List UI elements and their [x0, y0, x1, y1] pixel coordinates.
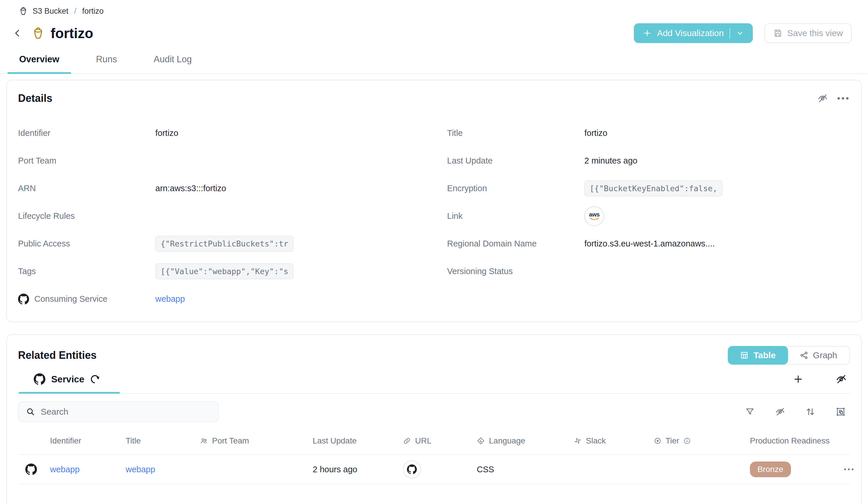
related-entities-card: Related Entities Table	[7, 335, 861, 504]
chevron-down-icon[interactable]	[736, 29, 744, 37]
field-port-team: Port Team	[18, 147, 421, 175]
related-entities-title: Related Entities	[18, 349, 96, 361]
aws-icon[interactable]: aws	[585, 206, 604, 226]
github-icon	[25, 464, 37, 475]
field-label: Port Team	[18, 156, 155, 166]
eye-slash-icon[interactable]	[834, 372, 848, 386]
field-label: Consuming Service	[18, 294, 155, 305]
column-tier[interactable]: Tier	[648, 436, 744, 445]
search-box[interactable]	[18, 401, 219, 422]
bucket-icon	[19, 7, 28, 16]
field-value: fortizo	[155, 128, 178, 138]
column-title[interactable]: Title	[120, 436, 194, 445]
field-identifier: Identifier fortizo	[18, 119, 421, 147]
json-chip[interactable]: [{"Value":"webapp","Key":"s	[155, 263, 293, 279]
search-input[interactable]	[41, 407, 211, 417]
back-button[interactable]	[10, 26, 24, 40]
bucket-icon	[31, 27, 45, 40]
tab-audit-log[interactable]: Audit Log	[142, 52, 203, 74]
tab-service[interactable]: Service	[34, 373, 101, 385]
team-icon	[200, 437, 208, 445]
field-label: Encryption	[447, 184, 585, 193]
column-label: Title	[126, 436, 141, 445]
field-label: Tags	[18, 267, 155, 276]
column-identifier[interactable]: Identifier	[44, 436, 120, 445]
json-chip[interactable]: [{"BucketKeyEnabled":false,	[585, 181, 723, 196]
github-icon	[407, 464, 417, 474]
row-title-link[interactable]: webapp	[126, 465, 155, 474]
save-view-button[interactable]: Save this view	[764, 23, 852, 43]
plus-icon[interactable]	[791, 372, 805, 386]
details-left-column: Identifier fortizo Port Team ARN arn:aws…	[18, 119, 421, 313]
relation-arrow-icon	[90, 374, 101, 384]
column-slack[interactable]: Slack	[568, 436, 648, 445]
search-icon	[25, 407, 35, 417]
breadcrumb-blueprint[interactable]: S3 Bucket	[33, 7, 68, 16]
related-tab-underline	[18, 393, 850, 394]
field-label: Versioning Status	[447, 267, 585, 276]
table-header: Identifier Title Port Team Last Update	[18, 428, 850, 454]
ellipsis-icon[interactable]	[836, 91, 850, 105]
field-arn: ARN arn:aws:s3:::fortizo	[18, 175, 421, 202]
info-icon[interactable]	[683, 437, 691, 445]
row-identifier-link[interactable]: webapp	[50, 465, 80, 474]
field-label: Public Access	[18, 239, 155, 248]
field-link: Link aws	[447, 202, 850, 230]
details-grid: Identifier fortizo Port Team ARN arn:aws…	[18, 119, 850, 313]
add-visualization-button[interactable]: Add Visualization	[634, 23, 753, 43]
tab-service-label: Service	[51, 374, 84, 385]
tab-overview[interactable]: Overview	[8, 52, 71, 74]
add-visualization-label: Add Visualization	[657, 28, 724, 38]
field-label: Identifier	[18, 128, 155, 138]
field-value: 2 minutes ago	[585, 156, 637, 166]
entity-tabs: Overview Runs Audit Log	[0, 52, 868, 74]
row-ellipsis-icon[interactable]	[842, 462, 856, 476]
row-url-github-link[interactable]	[403, 460, 421, 479]
field-public-access: Public Access {"RestrictPublicBuckets":t…	[18, 230, 421, 258]
field-consuming-service: Consuming Service webapp	[18, 285, 421, 313]
sort-icon[interactable]	[804, 405, 817, 419]
field-tags: Tags [{"Value":"webapp","Key":"s	[18, 258, 421, 285]
details-card: Details Identifier fortizo Port Team	[7, 80, 861, 322]
page-title: fortizo	[51, 25, 93, 41]
filter-icon[interactable]	[743, 405, 757, 419]
field-label: Link	[447, 211, 585, 221]
table-row[interactable]: webapp webapp 2 hours ago CSS Bronze	[18, 454, 850, 484]
row-language: CSS	[471, 465, 568, 474]
field-versioning-status: Versioning Status	[447, 258, 850, 285]
column-label: Language	[489, 436, 525, 445]
tier-icon	[654, 437, 661, 445]
column-last-update[interactable]: Last Update	[307, 436, 397, 445]
tab-runs[interactable]: Runs	[84, 52, 128, 74]
table-view-button[interactable]: Table	[728, 346, 788, 364]
production-readiness-badge: Bronze	[750, 462, 791, 477]
related-entity-link[interactable]: webapp	[155, 294, 185, 304]
breadcrumb-entity: fortizo	[82, 7, 104, 16]
field-lifecycle-rules: Lifecycle Rules	[18, 202, 421, 230]
field-value: fortizo	[585, 128, 607, 138]
aws-label: aws	[589, 212, 600, 217]
table-view-label: Table	[753, 350, 775, 360]
field-encryption: Encryption [{"BucketKeyEnabled":false,	[447, 175, 850, 202]
language-icon	[477, 437, 485, 445]
column-language[interactable]: Language	[471, 436, 568, 445]
graph-view-button[interactable]: Graph	[787, 347, 849, 364]
button-divider	[730, 28, 730, 38]
field-label: ARN	[18, 184, 155, 193]
column-label: Slack	[586, 436, 606, 445]
column-production-readiness[interactable]: Production Readiness	[744, 436, 842, 445]
column-port-team[interactable]: Port Team	[194, 436, 307, 445]
field-last-update: Last Update 2 minutes ago	[447, 147, 850, 175]
field-label-text: Consuming Service	[34, 294, 107, 304]
link-icon	[403, 437, 411, 445]
column-label: Tier	[665, 436, 679, 445]
eye-slash-icon[interactable]	[773, 405, 787, 419]
plus-icon	[643, 29, 652, 38]
json-chip[interactable]: {"RestrictPublicBuckets":tr	[155, 236, 293, 252]
github-icon	[34, 373, 45, 385]
eye-slash-icon[interactable]	[816, 91, 830, 105]
group-icon[interactable]	[834, 405, 848, 419]
page-header: fortizo Add Visualization Save this view	[0, 16, 868, 43]
save-icon	[773, 29, 783, 38]
column-url[interactable]: URL	[397, 436, 471, 445]
